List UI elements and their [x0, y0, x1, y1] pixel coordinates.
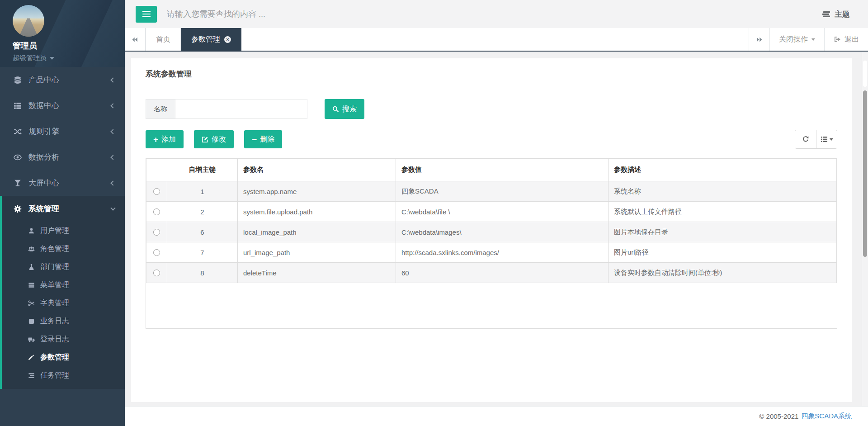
tabs-scroll-left-button[interactable] [125, 28, 146, 51]
row-radio[interactable] [153, 208, 160, 215]
delete-button[interactable]: − 删除 [244, 130, 282, 148]
sidebar-toggle-button[interactable] [136, 6, 157, 23]
scrollbar[interactable] [862, 52, 868, 406]
sidebar-item-rule-engine[interactable]: 规则引擎 [0, 118, 125, 144]
app-window: 管理员 超级管理员 产品中心 数据中心 [0, 0, 868, 426]
main-area: 主题 首页 参数管理 × 关闭操作 退出 [125, 0, 868, 426]
sidebar-nav: 产品中心 数据中心 规则引擎 数据 [0, 67, 125, 426]
tab-label: 参数管理 [191, 35, 220, 44]
tab-parameter-management[interactable]: 参数管理 × [181, 28, 241, 51]
row-radio[interactable] [153, 188, 160, 195]
sidebar-item-label: 大屏中心 [28, 178, 111, 188]
refresh-button[interactable] [795, 130, 816, 148]
topbar: 主题 [125, 0, 868, 28]
row-radio[interactable] [153, 229, 160, 236]
edit-icon [202, 136, 208, 143]
edit-button[interactable]: 修改 [194, 130, 234, 148]
double-chevron-right-icon [756, 37, 763, 43]
sidebar-subitem-parameter-management[interactable]: 参数管理 [2, 348, 125, 366]
caret-down-icon [811, 38, 815, 41]
global-search-input[interactable] [167, 9, 420, 19]
tabs-scroll-right-button[interactable] [749, 28, 769, 51]
sidebar-subitem-dict-management[interactable]: 字典管理 [2, 294, 125, 312]
table-row[interactable]: 1 system.app.name 四象SCADA 系统名称 [146, 181, 837, 202]
cell-desc: 图片本地保存目录 [609, 222, 837, 242]
chevron-left-icon [110, 129, 115, 134]
sidebar-item-screen-center[interactable]: 大屏中心 [0, 170, 125, 196]
gear-icon [13, 205, 23, 213]
cell-name: local_image_path [238, 222, 396, 242]
sidebar-subitem-label: 参数管理 [40, 353, 69, 362]
sidebar-subitem-login-log[interactable]: 登录日志 [2, 330, 125, 348]
sidebar-item-label: 规则引擎 [28, 126, 111, 137]
table-row[interactable]: 7 url_image_path http://scada.sxlinks.co… [146, 242, 837, 263]
profile-role-label: 超级管理员 [13, 54, 47, 62]
cell-id: 6 [167, 222, 238, 242]
scrollbar-thumb[interactable] [863, 90, 867, 257]
cell-value: http://scada.sxlinks.com/images/ [396, 242, 609, 263]
table-row[interactable]: 8 deleteTime 60 设备实时参数自动清除时间(单位:秒) [146, 263, 837, 283]
name-field[interactable] [175, 99, 307, 119]
cell-name: system.app.name [238, 181, 396, 202]
bars-icon [27, 282, 36, 289]
footer: © 2005-2021 四象SCADA系统 [125, 406, 868, 426]
page-title: 系统参数管理 [131, 58, 852, 87]
sidebar-item-system-management[interactable]: 系统管理 [2, 196, 125, 222]
avatar[interactable] [13, 5, 44, 37]
sidebar-subitem-user-management[interactable]: 用户管理 [2, 222, 125, 240]
sidebar-subitem-business-log[interactable]: 业务日志 [2, 312, 125, 330]
sidebar-item-data-center[interactable]: 数据中心 [0, 93, 125, 118]
table-row[interactable]: 2 system.file.upload.path C:\webdata\fil… [146, 202, 837, 222]
chevron-left-icon [110, 180, 115, 185]
cell-id: 8 [167, 263, 238, 283]
logout-button[interactable]: 退出 [824, 28, 868, 51]
select-column-header [146, 159, 167, 181]
close-icon[interactable]: × [224, 36, 231, 43]
theme-button[interactable]: 主题 [822, 9, 850, 19]
cell-value: 60 [396, 263, 609, 283]
cell-value: C:\webdata\images\ [396, 222, 609, 242]
brand-link[interactable]: 四象SCADA系统 [801, 412, 852, 421]
sidebar-item-label: 系统管理 [28, 204, 111, 214]
cell-id: 2 [167, 202, 238, 222]
search-button[interactable]: 搜索 [325, 99, 364, 119]
user-icon [27, 227, 36, 234]
table-row[interactable]: 6 local_image_path C:\webdata\images\ 图片… [146, 222, 837, 242]
cell-desc: 图片url路径 [609, 242, 837, 263]
truck-icon [27, 336, 36, 343]
cell-name: url_image_path [238, 242, 396, 263]
columns-button[interactable] [816, 130, 837, 148]
sidebar-item-product-center[interactable]: 产品中心 [0, 67, 125, 93]
sidebar-subitem-menu-management[interactable]: 菜单管理 [2, 276, 125, 294]
sidebar-item-data-analysis[interactable]: 数据分析 [0, 144, 125, 170]
hamburger-icon [142, 11, 151, 12]
tab-home[interactable]: 首页 [146, 28, 181, 51]
column-header-desc: 参数描述 [609, 159, 837, 181]
tab-label: 首页 [156, 35, 170, 44]
cell-value: C:\webdata\file \ [396, 202, 609, 222]
sidebar-subitem-label: 部门管理 [40, 262, 69, 272]
search-toolbar: 名称 搜索 [146, 99, 837, 119]
system-parameter-panel: 系统参数管理 名称 搜索 + 添加 [131, 58, 852, 402]
table-tools-group [795, 130, 837, 149]
sidebar-subitem-department-management[interactable]: 部门管理 [2, 258, 125, 276]
delete-button-label: 删除 [260, 135, 274, 144]
search-icon [332, 106, 339, 113]
users-icon [27, 246, 36, 252]
sidebar-subitem-role-management[interactable]: 角色管理 [2, 240, 125, 258]
name-input-group: 名称 [146, 99, 307, 119]
row-radio[interactable] [153, 249, 160, 256]
chevron-left-icon [110, 103, 115, 108]
profile-role-dropdown[interactable]: 超级管理员 [13, 54, 112, 62]
sidebar-item-label: 数据中心 [28, 100, 111, 111]
sidebar-subitem-label: 业务日志 [40, 317, 69, 326]
cell-id: 1 [167, 181, 238, 202]
close-operations-dropdown[interactable]: 关闭操作 [769, 28, 824, 51]
cell-name: deleteTime [238, 263, 396, 283]
sidebar-subitem-task-management[interactable]: 任务管理 [2, 366, 125, 384]
cell-id: 7 [167, 242, 238, 263]
sidebar-item-label: 数据分析 [28, 152, 111, 162]
add-button[interactable]: + 添加 [146, 130, 184, 148]
sidebar-section-system: 系统管理 用户管理 角色管理 [0, 196, 125, 389]
row-radio[interactable] [153, 270, 160, 276]
